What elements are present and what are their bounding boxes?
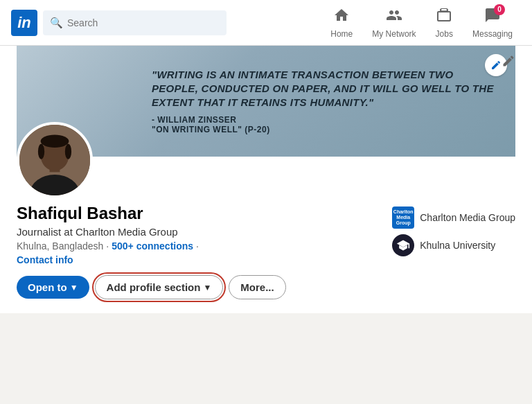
profile-headline: Journalist at Charlton Media Group — [17, 226, 286, 238]
add-profile-section-button[interactable]: Add profile section ▼ — [95, 275, 224, 299]
school-logo — [392, 234, 414, 256]
navbar-left: in 🔍 — [11, 10, 227, 36]
school-name: Khulna University — [420, 240, 495, 251]
nav-item-messaging[interactable]: 0 Messaging — [464, 7, 521, 39]
avatar — [17, 122, 93, 198]
contact-info-link[interactable]: Contact info — [17, 254, 286, 265]
main-content: "WRITING IS AN INTIMATE TRANSACTION BETW… — [0, 46, 532, 324]
open-to-chevron-icon: ▼ — [70, 283, 78, 292]
action-buttons: Open to ▼ Add profile section ▼ More... — [17, 275, 286, 299]
open-to-button[interactable]: Open to ▼ — [17, 276, 89, 299]
profile-right: CharltonMediaGroup Charlton Media Group … — [392, 207, 515, 256]
navbar: in 🔍 Home My Network Jobs — [0, 0, 532, 46]
messaging-icon: 0 — [484, 7, 501, 28]
banner-quote: "WRITING IS AN INTIMATE TRANSACTION BETW… — [152, 68, 495, 110]
svg-point-5 — [38, 144, 44, 159]
company-name: Charlton Media Group — [420, 212, 515, 223]
company-logo: CharltonMediaGroup — [392, 207, 414, 229]
messaging-badge: 0 — [494, 4, 505, 15]
my-network-icon — [386, 7, 402, 28]
profile-edit-button[interactable] — [502, 54, 515, 71]
profile-left: Shafiqul Bashar Journalist at Charlton M… — [17, 204, 286, 299]
jobs-label: Jobs — [436, 29, 453, 39]
connections-link[interactable]: 500+ connections — [112, 240, 193, 252]
profile-info: Shafiqul Bashar Journalist at Charlton M… — [17, 204, 515, 299]
svg-point-4 — [41, 135, 69, 148]
profile-card: "WRITING IS AN INTIMATE TRANSACTION BETW… — [0, 46, 532, 313]
profile-name: Shafiqul Bashar — [17, 204, 286, 223]
profile-meta: Khulna, Bangladesh · 500+ connections · — [17, 240, 286, 252]
nav-item-jobs[interactable]: Jobs — [427, 7, 461, 39]
nav-item-home[interactable]: Home — [322, 7, 361, 39]
messaging-label: Messaging — [472, 29, 513, 39]
search-input[interactable] — [67, 17, 220, 28]
navbar-right: Home My Network Jobs 0 Messaging — [322, 7, 521, 39]
profile-location: Khulna, Bangladesh — [17, 240, 103, 252]
my-network-label: My Network — [372, 29, 416, 39]
search-icon: 🔍 — [50, 17, 63, 29]
jobs-icon — [436, 7, 452, 28]
school-row[interactable]: Khulna University — [392, 234, 495, 256]
home-label: Home — [330, 29, 353, 39]
add-section-chevron-icon: ▼ — [203, 283, 211, 292]
svg-point-6 — [65, 144, 71, 159]
more-button[interactable]: More... — [229, 275, 285, 299]
linkedin-logo[interactable]: in — [11, 10, 37, 36]
search-bar[interactable]: 🔍 — [43, 10, 227, 35]
nav-item-my-network[interactable]: My Network — [364, 7, 424, 39]
home-icon — [333, 7, 350, 28]
company-row[interactable]: CharltonMediaGroup Charlton Media Group — [392, 207, 515, 229]
avatar-wrapper — [17, 122, 515, 198]
